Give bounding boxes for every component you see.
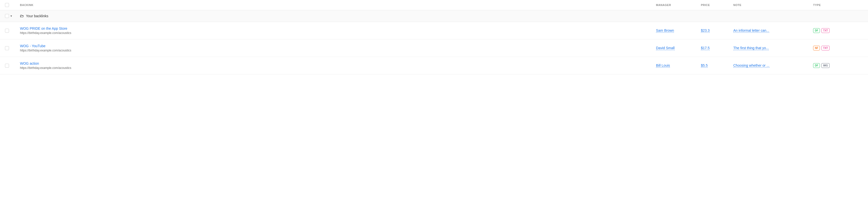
row-1-manager-cell[interactable]: Sam Brown xyxy=(656,28,701,33)
row-3-checkbox[interactable] xyxy=(5,64,9,68)
data-rows-container: WOG PRIDE on the App Storehttps://birthd… xyxy=(0,22,868,74)
folder-checkbox[interactable] xyxy=(5,14,9,18)
row-2-note-cell[interactable]: The first thing that yo... xyxy=(733,46,813,50)
row-1-checkbox[interactable] xyxy=(5,29,9,33)
table-row: WOG PRIDE on the App Storehttps://birthd… xyxy=(0,22,868,39)
folder-checkbox-wrapper: ▾ xyxy=(5,14,20,18)
row-1-backlink-cell: WOG PRIDE on the App Storehttps://birthd… xyxy=(20,26,656,35)
row-3-badge-df: DF xyxy=(813,63,820,68)
row-3-backlink-title[interactable]: WOG action xyxy=(20,61,656,65)
row-2-manager-cell[interactable]: David Small xyxy=(656,46,701,50)
col-note-label: NOTE xyxy=(733,3,813,6)
row-1-checkbox-wrapper xyxy=(5,29,20,33)
row-2-price-cell[interactable]: $17.5 xyxy=(701,46,733,50)
table-header: BACKINK MANAGER PRICE NOTE TYPE xyxy=(0,0,868,10)
col-backlink-label: BACKINK xyxy=(20,3,656,6)
row-3-manager-cell[interactable]: Bill Louis xyxy=(656,63,701,68)
row-1-backlink-url: https://birthday.example.com/acoustics xyxy=(20,31,656,35)
row-3-backlink-cell: WOG actionhttps://birthday.example.com/a… xyxy=(20,61,656,70)
folder-row-content: 🗁 Your backlinks xyxy=(20,14,863,18)
row-2-checkbox[interactable] xyxy=(5,46,9,50)
col-price-label: PRICE xyxy=(701,3,733,6)
row-2-checkbox-wrapper xyxy=(5,46,20,50)
row-3-checkbox-wrapper xyxy=(5,64,20,68)
header-checkbox-wrapper xyxy=(5,3,20,7)
row-3-price-cell[interactable]: $5.5 xyxy=(701,63,733,68)
row-1-badge-df: DF xyxy=(813,28,820,33)
row-1-type-cell: DFTXT xyxy=(813,28,863,33)
row-2-badge-nf: NF xyxy=(813,46,820,50)
row-3-backlink-url: https://birthday.example.com/acoustics xyxy=(20,66,656,70)
folder-chevron-icon[interactable]: ▾ xyxy=(10,14,12,18)
select-all-checkbox[interactable] xyxy=(5,3,9,7)
row-1-badge-txt: TXT xyxy=(822,28,830,33)
row-1-price-cell[interactable]: $23.3 xyxy=(701,28,733,33)
row-2-backlink-title[interactable]: WOG - YouTube xyxy=(20,44,656,48)
table-row: WOG - YouTubehttps://birthday.example.co… xyxy=(0,39,868,57)
row-1-backlink-title[interactable]: WOG PRIDE on the App Store xyxy=(20,26,656,30)
row-2-backlink-cell: WOG - YouTubehttps://birthday.example.co… xyxy=(20,44,656,52)
col-manager-label: MANAGER xyxy=(656,3,701,6)
backlinks-table: BACKINK MANAGER PRICE NOTE TYPE ▾ 🗁 Your… xyxy=(0,0,868,215)
row-3-note-cell[interactable]: Choosing whether or ... xyxy=(733,63,813,68)
row-2-backlink-url: https://birthday.example.com/acoustics xyxy=(20,49,656,52)
row-3-badge-img: IMG xyxy=(822,63,830,68)
row-2-type-cell: NFTXT xyxy=(813,46,863,50)
row-1-note-cell[interactable]: An informal letter can... xyxy=(733,28,813,33)
folder-label: Your backlinks xyxy=(26,14,49,18)
folder-icon: 🗁 xyxy=(20,14,24,18)
row-2-badge-txt: TXT xyxy=(822,46,830,50)
col-type-label: TYPE xyxy=(813,3,863,6)
row-3-type-cell: DFIMG xyxy=(813,63,863,68)
table-row: WOG actionhttps://birthday.example.com/a… xyxy=(0,57,868,74)
folder-row: ▾ 🗁 Your backlinks xyxy=(0,10,868,22)
